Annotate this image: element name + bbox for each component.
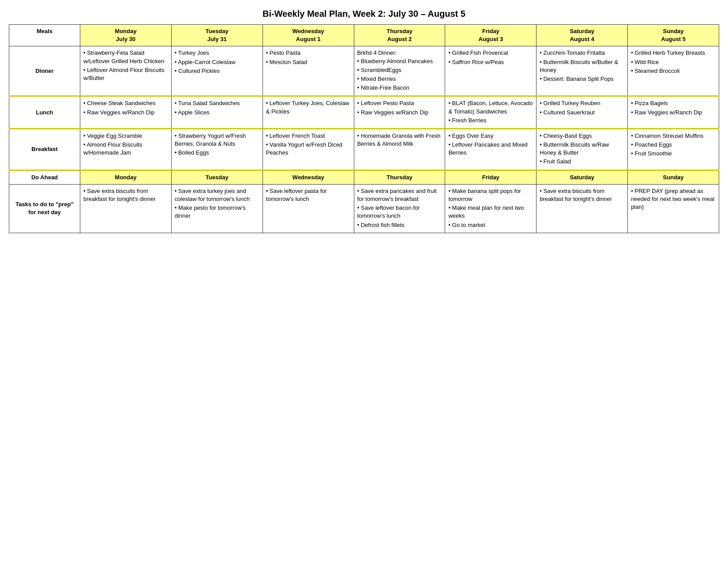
do-ahead-header-row: Do Ahead Monday Tuesday Wednesday Thursd… (9, 170, 719, 184)
tasks-monday: Save extra biscuits from breakfast for t… (80, 184, 171, 233)
do-ahead-label: Do Ahead (9, 170, 80, 184)
dinner-row: Dinner Strawberry-Feta Salad w/Leftover … (9, 46, 719, 96)
do-ahead-header-tuesday: Tuesday (171, 170, 263, 184)
breakfast-monday: Veggie Egg Scramble Almond Flour Biscuit… (80, 128, 171, 170)
tasks-friday: Make banana split pops for tomorrow Make… (445, 184, 537, 233)
breakfast-tuesday: Strawberry Yogurt w/Fresh Berries, Grano… (171, 128, 263, 170)
header-thursday: ThursdayAugust 2 (354, 25, 445, 46)
lunch-sunday: Pizza Bagels Raw Veggies w/Ranch Dip (628, 96, 719, 129)
header-wednesday: WednesdayAugust 1 (263, 25, 354, 46)
do-ahead-header-friday: Friday (445, 170, 537, 184)
dinner-wednesday: Pesto Pasta Mesclun Salad (263, 46, 354, 96)
page-title: Bi-Weekly Meal Plan, Week 2: July 30 – A… (9, 9, 719, 19)
tasks-saturday: Save extra biscuits from breakfast for t… (537, 184, 628, 233)
do-ahead-header-sunday: Sunday (628, 170, 719, 184)
do-ahead-header-saturday: Saturday (537, 170, 628, 184)
do-ahead-header-thursday: Thursday (354, 170, 445, 184)
dinner-friday: Grilled Fish Provencal Saffron Rice w/Pe… (445, 46, 537, 96)
header-friday: FridayAugust 3 (445, 25, 537, 46)
breakfast-saturday: Cheesy-Basil Eggs Buttermilk Biscuits w/… (537, 128, 628, 170)
dinner-sunday: Grilled Herb Turkey Breasts Wild Rice St… (628, 46, 719, 96)
header-meals: Meals (9, 25, 80, 46)
lunch-saturday: Grilled Turkey Reuben Cultured Sauerkrau… (537, 96, 628, 129)
tasks-sunday: PREP DAY (prep ahead as needed for next … (628, 184, 719, 233)
breakfast-row: Breakfast Veggie Egg Scramble Almond Flo… (9, 128, 719, 170)
header-tuesday: TuesdayJuly 31 (171, 25, 263, 46)
breakfast-sunday: Cinnamon Streusel Muffins Poached Eggs F… (628, 128, 719, 170)
do-ahead-header-wednesday: Wednesday (263, 170, 354, 184)
lunch-tuesday: Tuna Salad Sandwiches Apple Slices (171, 96, 263, 129)
tasks-wednesday: Save leftover pasta for tomorrow's lunch (263, 184, 354, 233)
tasks-tuesday: Save extra turkey joes and coleslaw for … (171, 184, 263, 233)
breakfast-thursday: Homemade Granola with Fresh Berries & Al… (354, 128, 445, 170)
dinner-monday: Strawberry-Feta Salad w/Leftover Grilled… (80, 46, 171, 96)
lunch-label: Lunch (9, 96, 80, 129)
dinner-thursday: Brkfst 4 Dinner: Blueberry Almond Pancak… (354, 46, 445, 96)
breakfast-wednesday: Leftover French Toast Vanilla Yogurt w/F… (263, 128, 354, 170)
lunch-wednesday: Leftover Turkey Joes, Coleslaw & Pickles (263, 96, 354, 129)
header-monday: MondayJuly 30 (80, 25, 171, 46)
do-ahead-header-monday: Monday (80, 170, 171, 184)
lunch-friday: BLAT (Bacon, Lettuce, Avocado & Tomato) … (445, 96, 537, 129)
tasks-label: Tasks to do to "prep" for next day (9, 184, 80, 233)
dinner-saturday: Zucchini-Tomato Fritatta Buttermilk Bisc… (537, 46, 628, 96)
lunch-row: Lunch Cheese Steak Sandwiches Raw Veggie… (9, 96, 719, 129)
dinner-tuesday: Turkey Joes Apple-Carrot Coleslaw Cultur… (171, 46, 263, 96)
tasks-row: Tasks to do to "prep" for next day Save … (9, 184, 719, 233)
header-saturday: SaturdayAugust 4 (537, 25, 628, 46)
breakfast-label: Breakfast (9, 128, 80, 170)
lunch-thursday: Leftover Pesto Pasta Raw Veggies w/Ranch… (354, 96, 445, 129)
lunch-monday: Cheese Steak Sandwiches Raw Veggies w/Ra… (80, 96, 171, 129)
breakfast-friday: Eggs Over Easy Leftover Pancakes and Mix… (445, 128, 537, 170)
column-headers: Meals MondayJuly 30 TuesdayJuly 31 Wedne… (9, 25, 719, 46)
tasks-thursday: Save extra pancakes and fruit for tomorr… (354, 184, 445, 233)
header-sunday: SundayAugust 5 (628, 25, 719, 46)
dinner-label: Dinner (9, 46, 80, 96)
